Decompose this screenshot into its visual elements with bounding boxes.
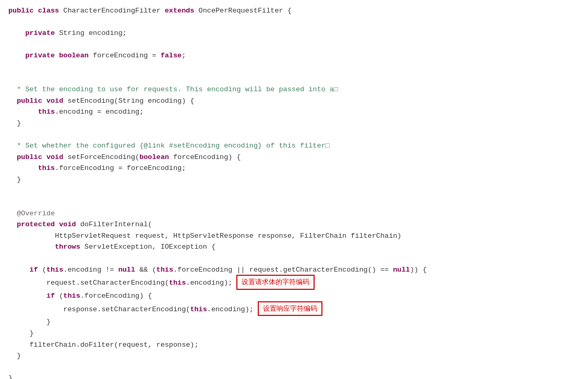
code-line: [8, 62, 580, 73]
code-line: [8, 186, 580, 197]
code-line: [8, 17, 580, 28]
code-line: }: [8, 316, 580, 328]
code-line: @Override: [8, 208, 580, 219]
code-line: }: [8, 328, 580, 339]
code-line: [8, 362, 580, 373]
code-line: public void setForceEncoding(boolean for…: [8, 152, 580, 163]
code-line: [8, 73, 580, 84]
code-line: this.forceEncoding = forceEncoding;: [8, 163, 580, 174]
code-viewer: public class CharacterEncodingFilter ext…: [0, 0, 588, 379]
code-line: protected void doFilterInternal(: [8, 219, 580, 230]
code-line: }: [8, 118, 580, 129]
code-line: filterChain.doFilter(request, response);: [8, 339, 580, 351]
code-line: }: [8, 373, 580, 379]
code-line-annotated-response: response.setCharacterEncoding(this.encod…: [8, 302, 580, 317]
code-line: public class CharacterEncodingFilter ext…: [8, 5, 580, 17]
code-line: }: [8, 350, 580, 362]
code-line: [8, 197, 580, 208]
annotation-request-encoding: 设置请求体的字符编码: [236, 275, 315, 290]
code-line-annotated-request: request.setCharacterEncoding(this.encodi…: [8, 275, 580, 290]
code-line: private String encoding;: [8, 28, 580, 39]
code-line: [8, 253, 580, 264]
code-line: if (this.encoding != null && (this.force…: [8, 264, 580, 276]
code-line: if (this.forceEncoding) {: [8, 290, 580, 302]
code-line: HttpServletRequest request, HttpServletR…: [8, 230, 580, 242]
code-line: public void setEncoding(String encoding)…: [8, 95, 580, 107]
code-line: [8, 39, 580, 51]
code-line: this.encoding = encoding;: [8, 106, 580, 118]
code-line: throws ServletException, IOException {: [8, 241, 580, 253]
code-line: [8, 129, 580, 141]
code-line: * Set whether the configured {@link #set…: [8, 140, 580, 152]
annotation-response-encoding: 设置响应字符编码: [258, 301, 322, 316]
code-line: private boolean forceEncoding = false;: [8, 50, 580, 62]
code-line: }: [8, 174, 580, 186]
code-line: * Set the encoding to use for requests. …: [8, 84, 580, 95]
